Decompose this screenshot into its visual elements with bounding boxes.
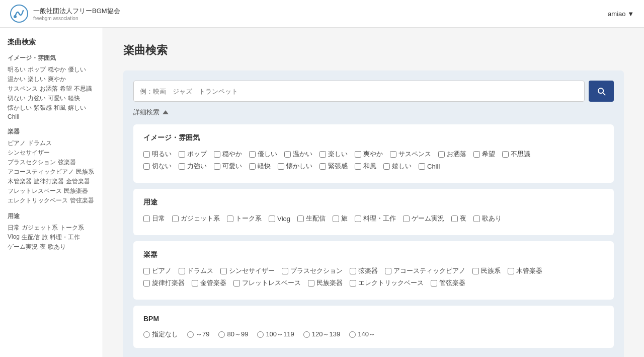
cb-oshare[interactable] <box>438 151 445 158</box>
radio-bpm-79[interactable] <box>187 331 194 338</box>
cb-akarui[interactable] <box>143 151 150 158</box>
cb-vlog[interactable] <box>269 216 275 222</box>
radio-bpm-120-139[interactable] <box>303 331 310 338</box>
search-area: 詳細検索 イメージ・雰囲気 明るい ポップ 穏やか 優しい 温かい 楽しい 爽や… <box>123 70 624 357</box>
cb-drums[interactable] <box>179 268 185 274</box>
sidebar-link-woodwind[interactable]: 木管楽器 <box>8 177 32 186</box>
sidebar-title: 楽曲検索 <box>8 38 95 47</box>
sidebar-link-minzoku[interactable]: 民族系 <box>76 168 94 176</box>
cb-tabi[interactable] <box>333 216 339 222</box>
sidebar-link-yasashii[interactable]: 優しい <box>68 65 86 74</box>
sidebar-link-fretless[interactable]: フレットレスベース <box>8 187 62 195</box>
cb-fretless[interactable] <box>233 280 240 287</box>
sidebar-link-nichijo[interactable]: 日常 <box>8 224 20 232</box>
sidebar-link-drums[interactable]: ドラムス <box>28 139 52 148</box>
sidebar-link-setunai[interactable]: 切ない <box>8 94 26 103</box>
cb-gadget[interactable] <box>172 216 179 222</box>
sidebar-link-kinkaku[interactable]: 金管楽器 <box>66 177 90 186</box>
cb-wafu[interactable] <box>355 163 361 170</box>
cb-suspense[interactable] <box>390 151 396 158</box>
sidebar-link-synth[interactable]: シンセサイザー <box>8 149 50 157</box>
sidebar-link-gadget[interactable]: ガジェット系 <box>22 224 58 232</box>
cb-game[interactable] <box>403 216 410 222</box>
cb-sawayaka[interactable] <box>355 151 361 158</box>
sidebar-link-yoru[interactable]: 夜 <box>40 243 46 251</box>
advanced-search-toggle[interactable]: 詳細検索 <box>133 108 614 117</box>
search-input[interactable] <box>133 81 585 102</box>
cb-yoru[interactable] <box>451 216 458 222</box>
sidebar-link-akarui[interactable]: 明るい <box>8 65 26 74</box>
cb-keikai[interactable] <box>249 163 256 170</box>
sidebar-link-fushigi[interactable]: 不思議 <box>74 85 92 93</box>
cb-uta[interactable] <box>473 216 480 222</box>
cb-kinkaku[interactable] <box>192 280 198 287</box>
search-button[interactable] <box>589 81 614 102</box>
sidebar-link-keikai[interactable]: 軽快 <box>68 94 80 103</box>
sidebar-link-atatakai[interactable]: 温かい <box>8 75 26 84</box>
cb-pop[interactable] <box>179 151 185 158</box>
sidebar-link-brass[interactable]: プラスセクション <box>8 158 56 167</box>
sidebar-link-pop[interactable]: ポップ <box>28 65 46 74</box>
sidebar-link-kibou[interactable]: 希望 <box>60 85 72 93</box>
cb-namasoudou[interactable] <box>297 216 304 222</box>
sidebar-link-piano[interactable]: ピアノ <box>8 139 26 148</box>
cb-acoustic-piano[interactable] <box>385 268 391 274</box>
sidebar-link-uta[interactable]: 歌あり <box>48 243 66 251</box>
cb-talk[interactable] <box>227 216 233 222</box>
cb-piano[interactable] <box>143 268 150 274</box>
cb-kangen[interactable] <box>431 280 437 287</box>
cb-fushigi[interactable] <box>502 151 509 158</box>
cb-strings[interactable] <box>350 268 356 274</box>
cb-minzoku-gakki[interactable] <box>308 280 314 287</box>
sidebar-link-kangen[interactable]: 管弦楽器 <box>70 196 94 205</box>
cb-synth[interactable] <box>220 268 227 274</box>
cb-tsuyoi[interactable] <box>179 163 185 170</box>
cb-atatakai[interactable] <box>284 151 291 158</box>
cb-kibou[interactable] <box>473 151 480 158</box>
cb-kincho[interactable] <box>319 163 326 170</box>
sidebar-link-minzoku-gakki[interactable]: 民族楽器 <box>64 187 88 195</box>
sidebar-link-kawaii[interactable]: 可愛い <box>48 94 66 103</box>
cb-brass-section[interactable] <box>282 268 288 274</box>
cb-minzoku[interactable] <box>472 268 479 274</box>
sidebar-link-natsukashii[interactable]: 懐かしい <box>8 104 32 112</box>
cb-odayaka[interactable] <box>214 151 220 158</box>
sidebar-link-namasoudou[interactable]: 生配信 <box>22 233 40 242</box>
cb-natsukashii[interactable] <box>278 163 284 170</box>
sidebar-link-sawayaka[interactable]: 爽やか <box>48 75 66 84</box>
sidebar-link-chill[interactable]: Chill <box>8 113 19 120</box>
sidebar-link-odayaka[interactable]: 穏やか <box>48 65 66 74</box>
cb-cooking[interactable] <box>355 216 361 222</box>
sidebar-link-wafu[interactable]: 和風 <box>54 104 66 112</box>
radio-bpm-100-119[interactable] <box>257 331 264 338</box>
cb-electric-bass[interactable] <box>350 280 356 287</box>
user-menu[interactable]: amiao ▼ <box>608 10 634 18</box>
cb-tanoshii[interactable] <box>319 151 326 158</box>
sidebar-link-acoustic-piano[interactable]: アコースティックピアノ <box>8 168 74 176</box>
cb-rhythm[interactable] <box>143 280 150 287</box>
sidebar-link-cooking[interactable]: 料理・工作 <box>50 233 80 242</box>
cb-nichijo[interactable] <box>143 216 150 222</box>
sidebar-link-strings[interactable]: 弦楽器 <box>58 158 76 167</box>
sidebar-link-talk[interactable]: トーク系 <box>60 224 84 232</box>
cb-setunai[interactable] <box>143 163 150 170</box>
radio-bpm-none[interactable] <box>143 331 150 338</box>
sidebar-link-rhythm[interactable]: 旋律打楽器 <box>34 177 64 186</box>
cb-ureshii[interactable] <box>383 163 390 170</box>
sidebar-link-tsuyoi[interactable]: 力強い <box>28 94 46 103</box>
sidebar-link-tanoshii[interactable]: 楽しい <box>28 75 46 84</box>
sidebar-link-vlog[interactable]: Vlog <box>8 233 20 242</box>
sidebar-link-suspense[interactable]: サスペンス <box>8 85 38 93</box>
sidebar-link-kincho[interactable]: 緊張感 <box>34 104 52 112</box>
sidebar-link-oshare[interactable]: お洒落 <box>40 85 58 93</box>
sidebar-link-tabi[interactable]: 旅 <box>42 233 48 242</box>
radio-bpm-80-99[interactable] <box>218 331 225 338</box>
cb-yasashii[interactable] <box>249 151 256 158</box>
sidebar-link-ureshii[interactable]: 嬉しい <box>68 104 86 112</box>
cb-chill[interactable] <box>419 163 425 170</box>
cb-woodwind[interactable] <box>508 268 514 274</box>
sidebar-link-electric-bass[interactable]: エレクトリックベース <box>8 196 68 205</box>
cb-kawaii[interactable] <box>214 163 220 170</box>
radio-bpm-140[interactable] <box>349 331 356 338</box>
sidebar-link-game[interactable]: ゲーム実況 <box>8 243 38 251</box>
